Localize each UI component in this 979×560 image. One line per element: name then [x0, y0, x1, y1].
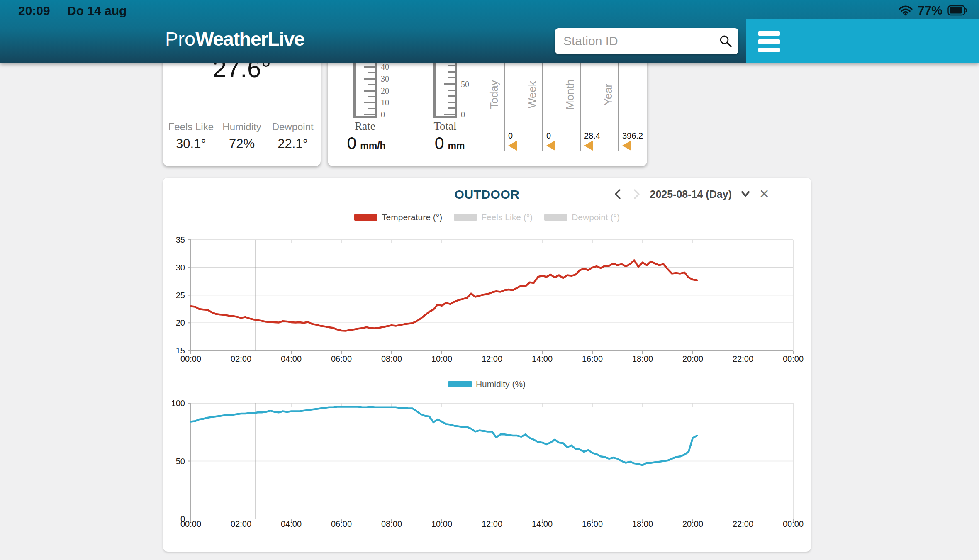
svg-text:20:00: 20:00 [682, 519, 703, 528]
period-label: Today [488, 80, 501, 109]
gauge-scale-label: 40 [381, 62, 389, 72]
prev-day-button[interactable] [614, 189, 623, 200]
search-icon[interactable] [718, 34, 733, 48]
period-value: 396.2 [622, 131, 643, 141]
temperature-chart: 152025303500:0002:0004:0006:0008:0010:00… [171, 234, 806, 370]
period-marker-icon [622, 141, 631, 151]
svg-text:02:00: 02:00 [231, 519, 251, 528]
rain-total-value: 0 mm [414, 134, 485, 153]
chevron-right-icon [632, 189, 641, 200]
metric-dewpoint: Dewpoint 22.1° [267, 121, 318, 151]
metric-value: 30.1° [166, 136, 217, 151]
metrics-row: Feels Like 30.1° Humidity 72% Dewpoint 2… [166, 121, 318, 151]
legend-item[interactable]: Feels Like (°) [454, 212, 533, 222]
status-date: Do 14 aug [67, 4, 127, 18]
gauge-scale-label: 50 [461, 80, 469, 89]
svg-text:14:00: 14:00 [532, 354, 553, 363]
chart-date-nav: 2025-08-14 (Day) ✕ [614, 186, 770, 202]
svg-text:10:00: 10:00 [431, 354, 452, 363]
menu-panel [746, 19, 979, 63]
legend-label: Feels Like (°) [481, 212, 533, 222]
svg-text:00:00: 00:00 [180, 519, 201, 528]
outdoor-chart-card: OUTDOOR 2025-08-14 (Day) ✕ Temperature (… [163, 178, 811, 552]
gauge-scale-label: 0 [381, 110, 385, 119]
rain-rate-label: Rate [340, 120, 390, 133]
svg-text:16:00: 16:00 [582, 519, 603, 528]
humidity-legend: Humidity (%) [163, 379, 811, 389]
svg-text:08:00: 08:00 [381, 354, 402, 363]
metric-value: 22.1° [267, 136, 318, 151]
gauge-scale-label: 0 [461, 110, 465, 119]
legend-item[interactable]: Humidity (%) [448, 379, 526, 389]
svg-text:50: 50 [176, 457, 185, 466]
metric-label: Feels Like [166, 121, 217, 133]
metric-value: 72% [217, 136, 268, 151]
metric-humidity: Humidity 72% [217, 121, 268, 151]
svg-text:12:00: 12:00 [482, 354, 502, 363]
legend-swatch [454, 214, 477, 221]
date-dropdown-button[interactable] [741, 191, 750, 197]
date-range-label[interactable]: 2025-08-14 (Day) [650, 188, 732, 200]
legend-label: Humidity (%) [476, 379, 526, 389]
legend-swatch [354, 214, 377, 221]
metric-label: Dewpoint [267, 121, 318, 133]
status-right-cluster: 77% [899, 3, 968, 17]
gauge-scale-label: 20 [381, 86, 389, 96]
svg-text:08:00: 08:00 [381, 519, 402, 528]
svg-text:22:00: 22:00 [733, 519, 753, 528]
gauge-scale-label: 30 [381, 74, 389, 84]
legend-swatch [544, 214, 567, 221]
logo-pro: Pro [165, 28, 195, 50]
legend-item[interactable]: Dewpoint (°) [544, 212, 620, 222]
station-search [555, 28, 738, 54]
rain-rate-value: 0 mm/h [331, 134, 402, 153]
svg-text:00:00: 00:00 [180, 354, 201, 363]
metric-feels-like: Feels Like 30.1° [166, 121, 217, 151]
legend-label: Dewpoint (°) [572, 212, 620, 222]
gauge-scale-label: 10 [381, 98, 389, 107]
svg-text:100: 100 [171, 399, 185, 408]
period-value: 0 [508, 131, 513, 141]
period-value: 0 [546, 131, 551, 141]
svg-text:06:00: 06:00 [331, 354, 352, 363]
period-label: Month [564, 80, 577, 110]
chevron-down-icon [741, 191, 750, 197]
app-screen: 27.6° Feels Like 30.1° Humidity 72% Dewp… [0, 0, 979, 560]
svg-text:02:00: 02:00 [231, 354, 251, 363]
rain-rate-number: 0 [347, 134, 356, 153]
rain-total-number: 0 [435, 134, 444, 153]
svg-text:22:00: 22:00 [733, 354, 753, 363]
svg-text:14:00: 14:00 [532, 519, 553, 528]
next-day-button[interactable] [632, 189, 641, 200]
temperature-legend: Temperature (°)Feels Like (°)Dewpoint (°… [163, 212, 811, 222]
legend-item[interactable]: Temperature (°) [354, 212, 442, 222]
battery-icon [947, 5, 968, 16]
svg-text:25: 25 [176, 291, 185, 300]
humidity-chart: 05010000:0002:0004:0006:0008:0010:0012:0… [171, 395, 806, 532]
svg-text:00:00: 00:00 [783, 519, 804, 528]
svg-text:18:00: 18:00 [632, 354, 653, 363]
status-time: 20:09 [18, 4, 50, 18]
svg-text:15: 15 [176, 346, 185, 355]
wifi-icon [899, 5, 913, 16]
legend-label: Temperature (°) [382, 212, 442, 222]
logo-weatherlive: WeatherLive [195, 28, 304, 50]
hamburger-menu-icon[interactable] [758, 31, 780, 52]
app-logo[interactable]: ProWeatherLive [165, 29, 304, 49]
app-header: 20:09 Do 14 aug 77% ProWeatherLive [0, 0, 979, 63]
rain-total-label: Total [420, 120, 470, 133]
svg-text:10:00: 10:00 [431, 519, 452, 528]
period-label: Week [526, 81, 539, 108]
svg-text:20: 20 [176, 318, 185, 327]
rain-rate-unit: mm/h [360, 140, 385, 151]
svg-text:35: 35 [176, 235, 185, 244]
station-id-input[interactable] [555, 28, 738, 54]
svg-text:00:00: 00:00 [783, 354, 804, 363]
svg-text:30: 30 [176, 263, 185, 272]
close-chart-button[interactable]: ✕ [759, 188, 770, 200]
rain-total-unit: mm [448, 140, 465, 151]
period-label: Year [602, 84, 615, 106]
legend-swatch [448, 381, 472, 387]
svg-text:18:00: 18:00 [632, 519, 653, 528]
svg-text:04:00: 04:00 [281, 354, 302, 363]
